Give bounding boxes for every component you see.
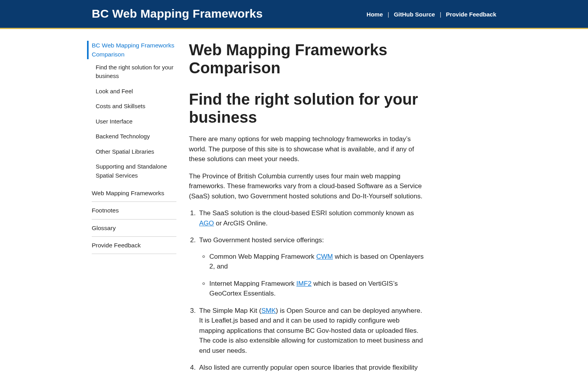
link-ago[interactable]: AGO [199, 220, 214, 227]
list-text: or ArcGIS Online. [214, 220, 268, 227]
list-item-smk: The Simple Map Kit (SMK) is Open Source … [198, 306, 424, 356]
sidebar-item-label: Provide Feedback [92, 241, 176, 250]
nav-github-source[interactable]: GitHub Source [394, 10, 435, 19]
list-text: Internet Mapping Framework [209, 280, 296, 287]
link-smk[interactable]: SMK [261, 307, 276, 314]
sidebar-nav: BC Web Mapping Frameworks Comparison Fin… [92, 41, 176, 380]
sidebar-sub-costs-skillsets[interactable]: Costs and Skillsets [96, 99, 176, 114]
list-text: The Simple Map Kit ( [199, 307, 261, 314]
list-text: Common Web Mapping Framework [209, 253, 316, 260]
sidebar-sub-look-and-feel[interactable]: Look and Feel [96, 84, 176, 99]
nav-divider: | [388, 10, 389, 19]
sidebar-item-label: Glossary [92, 223, 176, 232]
sidebar-item-frameworks[interactable]: Web Mapping Frameworks [92, 185, 176, 202]
nav-provide-feedback[interactable]: Provide Feedback [446, 10, 496, 19]
list-item-saas: The SaaS solution is the cloud-based ESR… [198, 208, 424, 228]
sidebar-sub-backend-technology[interactable]: Backend Technology [96, 129, 176, 144]
site-title[interactable]: BC Web Mapping Frameworks [92, 3, 263, 26]
sublist-item-cwm: Common Web Mapping Framework CWM which i… [209, 252, 424, 272]
sublist-item-imf2: Internet Mapping Framework IMF2 which is… [209, 279, 424, 299]
sidebar-item-footnotes[interactable]: Footnotes [92, 202, 176, 219]
intro-paragraph-2: The Province of British Columbia current… [189, 171, 424, 201]
top-bar: BC Web Mapping Frameworks Home | GitHub … [0, 0, 588, 29]
list-text: The SaaS solution is the cloud-based ESR… [199, 209, 414, 217]
page-title: Web Mapping Frameworks Comparison [189, 41, 424, 77]
nav-divider: | [440, 10, 441, 19]
sidebar-item-label: BC Web Mapping Frameworks Comparison [87, 41, 176, 59]
list-item-open-source: Also listed are currently popular open s… [198, 363, 424, 373]
sidebar-sub-find-solution[interactable]: Find the right solution for your busines… [96, 60, 176, 84]
section-heading-find-solution: Find the right solution for your busines… [189, 90, 424, 126]
sidebar-item-provide-feedback[interactable]: Provide Feedback [92, 237, 176, 254]
frameworks-list: The SaaS solution is the cloud-based ESR… [189, 208, 424, 373]
nav-home[interactable]: Home [367, 10, 383, 19]
sidebar-item-glossary[interactable]: Glossary [92, 220, 176, 237]
list-text: Also listed are currently popular open s… [199, 364, 418, 371]
sidebar-item-label: Footnotes [92, 206, 176, 215]
sidebar-sub-other-spatial-libraries[interactable]: Other Spatial Libraries [96, 144, 176, 160]
link-cwm[interactable]: CWM [316, 253, 333, 260]
sidebar-item-label: Web Mapping Frameworks [92, 189, 176, 198]
top-nav: Home | GitHub Source | Provide Feedback [367, 10, 496, 19]
intro-paragraph-1: There are many options for web mapping t… [189, 134, 424, 164]
main-content: Web Mapping Frameworks Comparison Find t… [189, 41, 424, 380]
sidebar-sub-supporting-services[interactable]: Supporting and Standalone Spatial Servic… [96, 159, 176, 183]
list-item-gov-hosted: Two Government hosted service offerings:… [198, 235, 424, 299]
sidebar-sub-user-interface[interactable]: User Interface [96, 114, 176, 129]
sidebar-item-comparison[interactable]: BC Web Mapping Frameworks Comparison Fin… [92, 41, 176, 185]
link-imf2[interactable]: IMF2 [296, 280, 312, 287]
list-text: Two Government hosted service offerings: [199, 236, 324, 244]
